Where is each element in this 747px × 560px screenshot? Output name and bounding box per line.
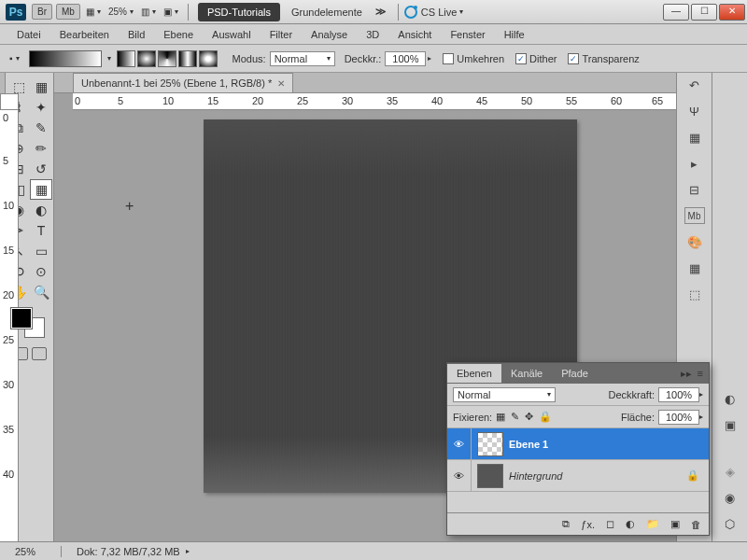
mask-icon[interactable]: ◻ xyxy=(606,518,614,530)
lock-position-icon[interactable]: ✥ xyxy=(525,411,533,423)
diamond-gradient-button[interactable] xyxy=(199,50,218,67)
workspace-grundelemente[interactable]: Grundelemente xyxy=(284,3,370,21)
styles-icon[interactable]: ⬚ xyxy=(684,286,705,302)
layers-icon[interactable]: ◈ xyxy=(720,463,740,480)
marquee-tool[interactable]: ▦ xyxy=(30,77,52,97)
color-icon[interactable]: 🎨 xyxy=(684,233,705,250)
info-icon[interactable]: ▦ xyxy=(684,129,705,146)
menu-datei[interactable]: Datei xyxy=(7,26,50,43)
opacity-input[interactable]: 100% xyxy=(385,51,426,66)
magic-wand-tool[interactable]: ✦ xyxy=(30,97,52,118)
visibility-toggle[interactable]: 👁 xyxy=(447,460,472,491)
view-extras-dropdown[interactable]: ▦ xyxy=(86,7,101,17)
layer-hintergrund[interactable]: 👁 Hintergrund 🔒 xyxy=(447,460,709,492)
layer-name[interactable]: Ebene 1 xyxy=(509,439,548,450)
close-button[interactable]: ✕ xyxy=(719,4,745,21)
status-menu-icon[interactable]: ▸ xyxy=(186,547,190,555)
adjustment-layer-icon[interactable]: ◐ xyxy=(626,518,635,530)
link-layers-icon[interactable]: ⧉ xyxy=(562,518,570,530)
minimize-button[interactable]: — xyxy=(663,4,689,21)
group-icon[interactable]: 📁 xyxy=(646,518,659,530)
screenmode-dropdown[interactable]: ▣ xyxy=(163,7,178,17)
panel-collapse-icon[interactable]: ▸▸ xyxy=(681,368,692,380)
lock-all-icon[interactable]: 🔒 xyxy=(539,411,552,423)
gradient-preview[interactable] xyxy=(29,50,102,67)
tab-ebenen[interactable]: Ebenen xyxy=(447,364,501,383)
tool-preset-picker[interactable]: ▪ xyxy=(9,53,20,63)
menu-hilfe[interactable]: Hilfe xyxy=(495,26,534,43)
usb-icon[interactable]: Ψ xyxy=(684,103,705,119)
document-tab[interactable]: Unbenannt-1 bei 25% (Ebene 1, RGB/8) * ✕ xyxy=(73,73,293,92)
channels-icon[interactable]: ◉ xyxy=(720,489,740,506)
paths-icon[interactable]: ⬡ xyxy=(720,515,740,532)
eyedropper-tool[interactable]: ✎ xyxy=(30,118,52,138)
history-icon[interactable]: ↶ xyxy=(684,77,705,93)
status-zoom[interactable]: 25% xyxy=(6,546,62,557)
layer-name[interactable]: Hintergrund xyxy=(509,470,562,482)
menu-filter[interactable]: Filter xyxy=(261,26,302,43)
workspace-more[interactable]: ≫ xyxy=(375,6,387,18)
menu-fenster[interactable]: Fenster xyxy=(441,26,494,43)
new-layer-icon[interactable]: ▣ xyxy=(670,518,680,530)
gradient-tool[interactable]: ▦ xyxy=(30,179,52,200)
transparency-checkbox[interactable]: ✓Transparenz xyxy=(568,53,639,64)
ruler-origin[interactable] xyxy=(0,93,19,110)
screenmode-button[interactable] xyxy=(32,347,47,360)
layer-ebene-1[interactable]: 👁 Ebene 1 xyxy=(447,428,709,460)
type-tool[interactable]: T xyxy=(30,220,52,241)
layer-thumbnail[interactable] xyxy=(477,432,503,456)
lock-pixels-icon[interactable]: ✎ xyxy=(511,411,519,423)
menu-analyse[interactable]: Analyse xyxy=(302,26,357,43)
radial-gradient-button[interactable] xyxy=(137,50,156,67)
foreground-swatch[interactable] xyxy=(11,308,32,329)
tab-kanaele[interactable]: Kanäle xyxy=(501,364,552,383)
fill-input[interactable]: 100% xyxy=(658,410,699,425)
menu-ansicht[interactable]: Ansicht xyxy=(388,26,441,43)
history-brush-tool[interactable]: ↺ xyxy=(30,159,52,179)
ruler-horizontal[interactable]: 05101520253035404550556065 xyxy=(73,93,676,110)
lock-transparency-icon[interactable]: ▦ xyxy=(496,411,505,423)
brush-tool[interactable]: ✏ xyxy=(30,138,52,159)
angle-gradient-button[interactable] xyxy=(158,50,176,67)
status-doc-size[interactable]: Dok: 7,32 MB/7,32 MB xyxy=(77,546,180,557)
arrange-dropdown[interactable]: ▥ xyxy=(141,7,156,17)
zoom-tool[interactable]: 🔍 xyxy=(30,282,52,302)
gradient-style-buttons xyxy=(117,50,218,67)
masks-icon[interactable]: ▣ xyxy=(720,416,740,433)
close-icon[interactable]: ✕ xyxy=(277,78,285,89)
menu-bild[interactable]: Bild xyxy=(119,26,154,43)
swatches-icon[interactable]: ▦ xyxy=(684,259,705,276)
layer-thumbnail[interactable] xyxy=(477,464,503,488)
bridge-button[interactable]: Br xyxy=(32,4,52,20)
cs-live-label: CS Live xyxy=(421,7,458,18)
panel-menu-icon[interactable]: ≡ xyxy=(698,368,703,380)
options-bar: ▪ ▾ Modus: Normal Deckkr.: 100% ▸ Umkehr… xyxy=(0,45,747,73)
shape-tool[interactable]: ▭ xyxy=(30,241,52,261)
reflected-gradient-button[interactable] xyxy=(178,50,197,67)
tab-pfade[interactable]: Pfade xyxy=(552,364,598,383)
delete-layer-icon[interactable]: 🗑 xyxy=(691,519,701,530)
zoom-dropdown[interactable]: 25% xyxy=(108,7,134,17)
fx-icon[interactable]: ƒx. xyxy=(581,519,595,530)
menu-auswahl[interactable]: Auswahl xyxy=(203,26,261,43)
menu-bearbeiten[interactable]: Bearbeiten xyxy=(50,26,119,43)
maximize-button[interactable]: ☐ xyxy=(691,4,717,21)
menu-ebene[interactable]: Ebene xyxy=(154,26,203,43)
cs-live-button[interactable]: CS Live ▾ xyxy=(404,6,464,19)
adjustments-icon[interactable]: ◐ xyxy=(720,390,740,407)
dither-checkbox[interactable]: ✓Dither xyxy=(515,53,557,64)
visibility-toggle[interactable]: 👁 xyxy=(447,428,472,459)
linear-gradient-button[interactable] xyxy=(117,50,135,67)
minibridge-button[interactable]: Mb xyxy=(56,4,80,20)
3d-camera-tool[interactable]: ⊙ xyxy=(30,261,52,282)
reverse-checkbox[interactable]: Umkehren xyxy=(443,53,504,64)
menu-3d[interactable]: 3D xyxy=(357,26,388,43)
mode-select[interactable]: Normal xyxy=(270,51,335,66)
actions-icon[interactable]: ▸ xyxy=(684,155,705,172)
blend-mode-select[interactable]: Normal xyxy=(453,387,556,402)
workspace-psd-tutorials[interactable]: PSD-Tutorials xyxy=(198,3,280,21)
dodge-tool[interactable]: ◐ xyxy=(30,200,52,220)
stamp-icon[interactable]: ⊟ xyxy=(684,181,705,198)
mb-icon[interactable]: Mb xyxy=(684,207,705,224)
layer-opacity-input[interactable]: 100% xyxy=(658,387,699,402)
